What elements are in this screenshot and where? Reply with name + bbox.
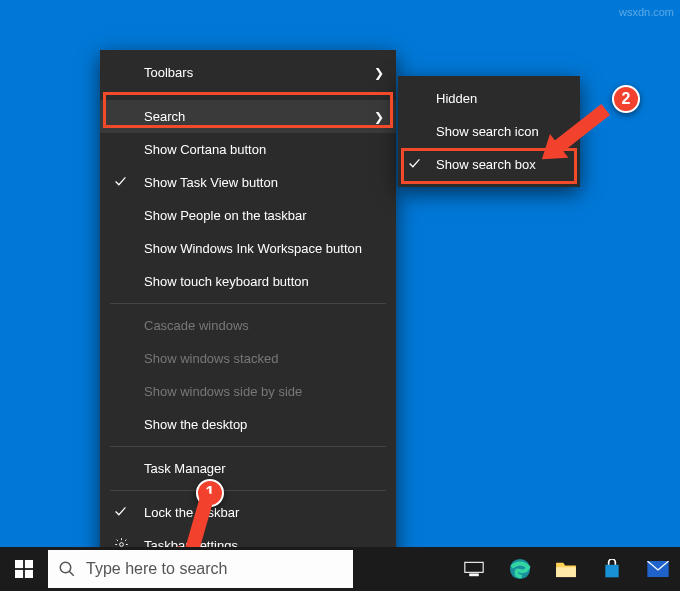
- svg-line-6: [69, 571, 74, 576]
- menu-cortana[interactable]: Show Cortana button: [100, 133, 396, 166]
- submenu-hidden[interactable]: Hidden: [398, 82, 580, 115]
- search-placeholder: Type here to search: [86, 560, 227, 578]
- menu-label: Show touch keyboard button: [144, 274, 309, 289]
- menu-label: Show search icon: [436, 124, 539, 139]
- edge-button[interactable]: [498, 547, 542, 591]
- menu-separator: [110, 490, 386, 491]
- windows-logo-icon: [15, 560, 33, 578]
- watermark: wsxdn.com: [619, 6, 674, 18]
- menu-separator: [110, 303, 386, 304]
- check-icon: [114, 175, 127, 191]
- menu-label: Show search box: [436, 157, 536, 172]
- menu-label: Task Manager: [144, 461, 226, 476]
- menu-label: Show Task View button: [144, 175, 278, 190]
- search-submenu: Hidden Show search icon Show search box: [398, 76, 580, 187]
- menu-sidebyside: Show windows side by side: [100, 375, 396, 408]
- taskbar-search-box[interactable]: Type here to search: [48, 550, 353, 588]
- menu-label: Show windows stacked: [144, 351, 278, 366]
- svg-rect-1: [15, 560, 23, 568]
- menu-label: Toolbars: [144, 65, 193, 80]
- menu-separator: [110, 446, 386, 447]
- menu-taskview[interactable]: Show Task View button: [100, 166, 396, 199]
- edge-icon: [509, 558, 531, 580]
- svg-rect-7: [465, 562, 483, 572]
- task-view-icon: [464, 561, 484, 577]
- mail-button[interactable]: [636, 547, 680, 591]
- folder-icon: [555, 560, 577, 578]
- menu-label: Show the desktop: [144, 417, 247, 432]
- menu-toolbars[interactable]: Toolbars ❯: [100, 56, 396, 89]
- svg-rect-4: [25, 570, 33, 578]
- svg-rect-3: [15, 570, 23, 578]
- menu-stacked: Show windows stacked: [100, 342, 396, 375]
- mail-icon: [647, 561, 669, 577]
- menu-label: Hidden: [436, 91, 477, 106]
- taskbar: Type here to search: [0, 547, 680, 591]
- annotation-badge-2: 2: [612, 85, 640, 113]
- start-button[interactable]: [0, 547, 48, 591]
- menu-cascade: Cascade windows: [100, 309, 396, 342]
- svg-point-5: [60, 562, 71, 573]
- menu-label: Show People on the taskbar: [144, 208, 307, 223]
- task-view-button[interactable]: [452, 547, 496, 591]
- shopping-bag-icon: [602, 559, 622, 579]
- menu-taskmanager[interactable]: Task Manager: [100, 452, 396, 485]
- menu-label: Lock the taskbar: [144, 505, 239, 520]
- system-tray: [452, 547, 680, 591]
- menu-desktop[interactable]: Show the desktop: [100, 408, 396, 441]
- menu-label: Show Cortana button: [144, 142, 266, 157]
- svg-rect-8: [470, 574, 478, 576]
- menu-people[interactable]: Show People on the taskbar: [100, 199, 396, 232]
- search-icon: [58, 560, 76, 578]
- menu-separator: [110, 94, 386, 95]
- svg-point-0: [120, 542, 124, 546]
- menu-label: Show Windows Ink Workspace button: [144, 241, 362, 256]
- menu-label: Cascade windows: [144, 318, 249, 333]
- store-button[interactable]: [590, 547, 634, 591]
- menu-label: Show windows side by side: [144, 384, 302, 399]
- menu-ink[interactable]: Show Windows Ink Workspace button: [100, 232, 396, 265]
- file-explorer-button[interactable]: [544, 547, 588, 591]
- menu-search[interactable]: Search ❯: [100, 100, 396, 133]
- menu-lock-taskbar[interactable]: Lock the taskbar: [100, 496, 396, 529]
- menu-touchkb[interactable]: Show touch keyboard button: [100, 265, 396, 298]
- menu-label: Search: [144, 109, 185, 124]
- svg-rect-10: [556, 567, 576, 577]
- taskbar-context-menu: Toolbars ❯ Search ❯ Show Cortana button …: [100, 50, 396, 568]
- check-icon: [408, 157, 421, 173]
- chevron-right-icon: ❯: [374, 66, 384, 80]
- check-icon: [114, 505, 127, 521]
- chevron-right-icon: ❯: [374, 110, 384, 124]
- svg-rect-2: [25, 560, 33, 568]
